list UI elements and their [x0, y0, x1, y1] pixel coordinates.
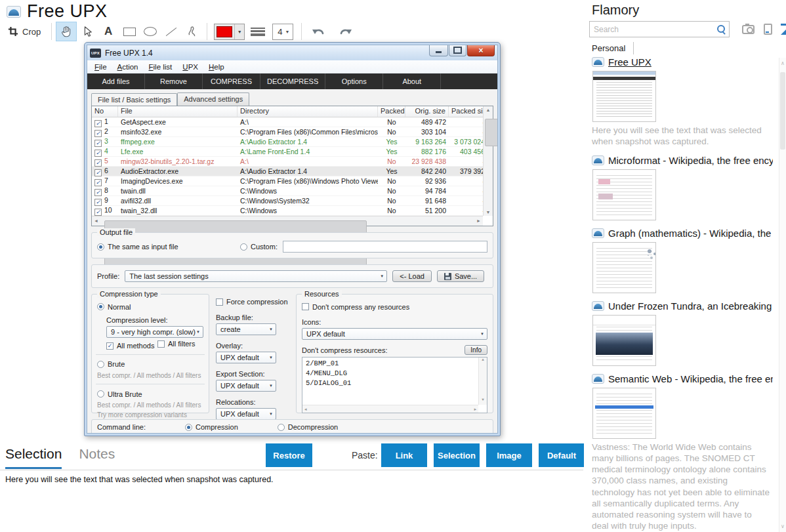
line-tool-button[interactable] — [161, 22, 182, 41]
resources-vertical-scrollbar[interactable]: ▲▼ — [478, 358, 487, 405]
line-width-icon-button[interactable] — [247, 22, 268, 41]
row-checkbox[interactable]: ✓ — [94, 140, 102, 147]
maximize-button[interactable] — [449, 45, 466, 56]
row-checkbox[interactable]: ✓ — [94, 199, 102, 206]
snapshot-title[interactable]: Under Frozen Tundra, an Icebreaking Ship… — [608, 300, 773, 312]
normal-radio[interactable]: Normal — [97, 303, 131, 311]
table-row[interactable]: ✓5 mingw32-binutils_2.20-1.tar.gz A:\ No… — [92, 157, 493, 167]
menu-item[interactable]: Help — [203, 62, 230, 72]
row-checkbox[interactable]: ✓ — [94, 209, 102, 216]
redo-button[interactable] — [335, 22, 356, 41]
brute-radio[interactable]: Brute — [97, 360, 125, 368]
info-button[interactable]: Info — [465, 345, 487, 355]
restore-button[interactable]: Restore — [266, 443, 312, 467]
table-horizontal-scrollbar[interactable]: ◄► — [92, 216, 483, 226]
paste-default-button[interactable]: Default — [539, 443, 585, 467]
snapshot-thumbnail[interactable] — [592, 71, 656, 122]
line-width-select[interactable]: 4▼ — [272, 24, 293, 40]
all-methods-checkbox[interactable]: ✓All methods — [106, 342, 154, 350]
tab-personal[interactable]: Personal — [589, 42, 634, 54]
snapshot-title[interactable]: Free UPX — [608, 56, 652, 68]
row-checkbox[interactable]: ✓ — [94, 189, 102, 196]
menu-item[interactable]: UPX — [177, 62, 203, 72]
sidebar-scrollbar[interactable]: ∧∨ — [779, 58, 786, 532]
dont-compress-any-checkbox[interactable]: Don't compress any resources — [302, 303, 409, 311]
resources-horizontal-scrollbar[interactable]: ◄► — [302, 405, 478, 413]
list-item[interactable]: Semantic Web - Wikipedia, the free encyc… — [592, 373, 773, 532]
color-dropdown-arrow[interactable]: ▼ — [234, 24, 244, 39]
force-compression-checkbox[interactable]: Force compression — [216, 298, 288, 306]
row-checkbox[interactable]: ✓ — [94, 159, 102, 167]
table-row[interactable]: ✓7 ImagingDevices.exe C:\Program Files (… — [92, 176, 493, 186]
snapshot-title[interactable]: Microformat - Wikipedia, the free encycl… — [608, 155, 773, 166]
freehand-tool-button[interactable] — [182, 22, 203, 41]
camera-icon[interactable] — [742, 25, 755, 34]
upx-toolbar-button[interactable]: COMPRESS — [203, 73, 260, 89]
flamory-logo-icon[interactable] — [781, 24, 786, 35]
crop-button[interactable]: Crop — [7, 22, 47, 41]
ellipse-tool-button[interactable] — [140, 22, 161, 41]
table-row[interactable]: ✓2 msinfo32.exe C:\Program Files (x86)\C… — [92, 127, 493, 137]
notes-page-icon[interactable] — [764, 24, 772, 35]
search-input[interactable] — [589, 21, 730, 37]
rectangle-tool-button[interactable] — [119, 22, 140, 41]
snapshot-title[interactable]: Semantic Web - Wikipedia, the free encyc… — [608, 373, 773, 384]
load-button[interactable]: <- Load — [392, 270, 432, 282]
col-file[interactable]: File — [118, 106, 238, 117]
menu-item[interactable]: File list — [144, 62, 178, 72]
dont-compress-resources-list[interactable]: 2/BMP_014/MENU_DLG5/DIALOG_01 ▲▼ ◄► — [302, 357, 487, 413]
table-vertical-scrollbar[interactable]: ▲▼ — [483, 106, 493, 216]
menu-item[interactable]: File — [89, 62, 112, 72]
tab-notes[interactable]: Notes — [79, 446, 115, 467]
upx-toolbar-button[interactable]: Add files — [87, 73, 145, 89]
icons-select[interactable]: UPX default — [302, 328, 487, 340]
snapshot-thumbnail[interactable] — [592, 169, 656, 220]
col-packed[interactable]: Packed — [378, 106, 405, 117]
row-checkbox[interactable]: ✓ — [94, 120, 102, 127]
compression-radio[interactable]: Compression — [185, 423, 238, 431]
table-row[interactable]: ✓6 AudioExtractor.exe A:\Audio Extractor… — [92, 167, 493, 176]
upx-tab[interactable]: Advanced settings — [177, 92, 249, 106]
paste-link-button[interactable]: Link — [381, 443, 427, 467]
snapshot-title[interactable]: Graph (mathematics) - Wikipedia, the fre… — [608, 228, 773, 239]
list-item[interactable]: Free UPX Here you will see the text that… — [592, 56, 773, 148]
upx-titlebar[interactable]: UPX Free UPX 1.4 × — [87, 45, 497, 60]
upx-toolbar-button[interactable]: Remove — [145, 73, 203, 89]
save-button[interactable]: Save... — [437, 270, 484, 282]
minimize-button[interactable] — [429, 45, 448, 56]
export-section-select[interactable]: UPX default — [216, 380, 276, 392]
hand-tool-button[interactable] — [56, 22, 77, 41]
snapshot-thumbnail[interactable] — [592, 242, 656, 293]
row-checkbox[interactable]: ✓ — [94, 169, 102, 176]
select-tool-button[interactable] — [77, 22, 98, 41]
row-checkbox[interactable]: ✓ — [94, 130, 102, 137]
profile-select[interactable]: The last session settings — [125, 270, 387, 282]
search-icon[interactable] — [717, 25, 726, 33]
custom-output-input[interactable] — [283, 241, 487, 253]
list-item[interactable]: Under Frozen Tundra, an Icebreaking Ship… — [592, 300, 773, 366]
upx-tab[interactable]: File list / Basic settings — [91, 93, 177, 106]
overlay-select[interactable]: UPX default — [216, 352, 276, 363]
list-item[interactable]: Graph (mathematics) - Wikipedia, the fre… — [592, 228, 773, 293]
color-picker[interactable]: ▼ — [214, 24, 245, 40]
backup-file-select[interactable]: create — [216, 323, 276, 335]
undo-button[interactable] — [308, 22, 329, 41]
relocations-select[interactable]: UPX default — [216, 408, 276, 420]
text-tool-button[interactable]: A — [98, 22, 119, 41]
table-row[interactable]: ✓9 avifil32.dll C:\Windows\System32 No 9… — [92, 196, 493, 206]
snapshot-thumbnail[interactable] — [592, 388, 656, 439]
upx-toolbar-button[interactable]: Options — [325, 73, 383, 89]
list-item[interactable]: Microformat - Wikipedia, the free encycl… — [592, 155, 773, 220]
menu-item[interactable]: Action — [112, 62, 144, 72]
custom-output-radio[interactable]: Custom: — [240, 243, 278, 251]
row-checkbox[interactable]: ✓ — [94, 179, 102, 186]
snapshot-thumbnail[interactable] — [592, 315, 656, 366]
close-button[interactable]: × — [467, 45, 495, 56]
table-row[interactable]: ✓10 twain_32.dll C:\Windows No 51 200 - — [92, 206, 493, 216]
row-checkbox[interactable]: ✓ — [94, 150, 102, 157]
upx-toolbar-button[interactable]: DECOMPRESS — [260, 73, 325, 89]
all-filters-checkbox[interactable]: All filters — [157, 340, 196, 348]
table-row[interactable]: ✓1 GetAspect.exe A:\ No 489 472 - — [92, 117, 493, 127]
paste-selection-button[interactable]: Selection — [434, 443, 480, 467]
col-no[interactable]: No — [92, 106, 118, 117]
